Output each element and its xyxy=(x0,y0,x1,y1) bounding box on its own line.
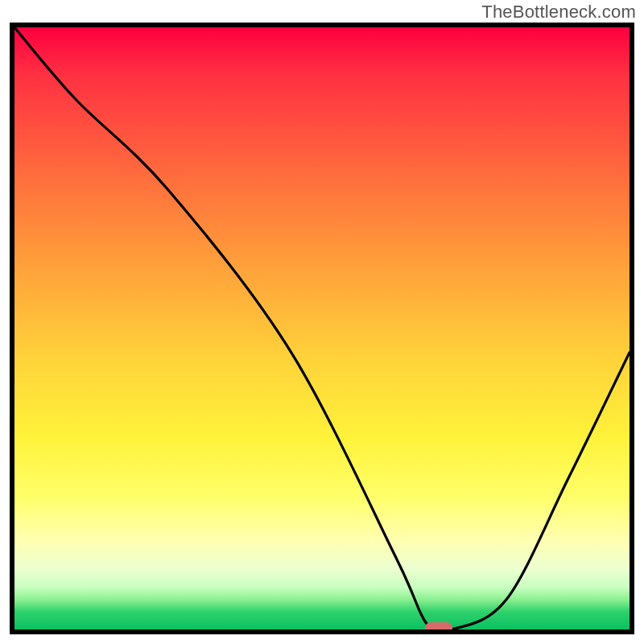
optimal-point-marker xyxy=(425,622,452,634)
bottleneck-curve xyxy=(14,27,630,630)
plot-area xyxy=(10,23,634,634)
chart-container: TheBottleneck.com xyxy=(0,0,644,644)
watermark-text: TheBottleneck.com xyxy=(481,2,636,23)
